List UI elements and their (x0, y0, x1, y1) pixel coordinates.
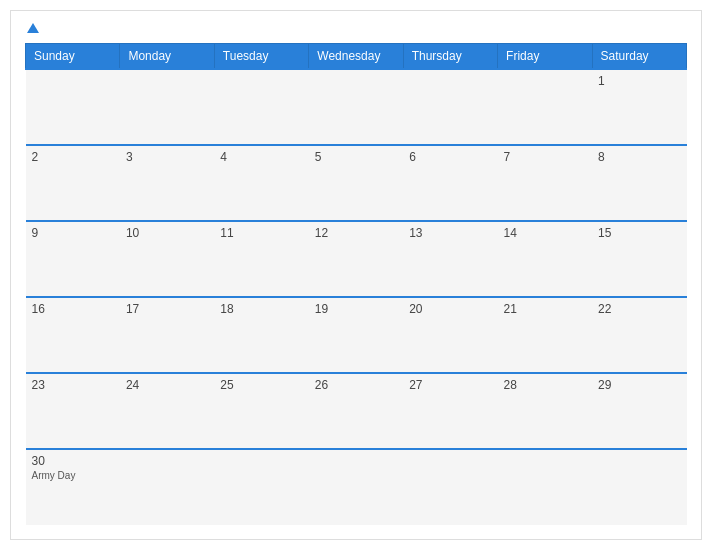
calendar-cell (120, 449, 214, 525)
calendar-cell: 3 (120, 145, 214, 221)
day-number: 20 (409, 302, 491, 316)
calendar-cell: 15 (592, 221, 686, 297)
calendar-week-row: 9101112131415 (26, 221, 687, 297)
calendar: SundayMondayTuesdayWednesdayThursdayFrid… (10, 10, 702, 540)
calendar-cell: 11 (214, 221, 308, 297)
calendar-cell: 23 (26, 373, 120, 449)
logo-blue-text (25, 21, 39, 35)
weekday-header-monday: Monday (120, 44, 214, 70)
calendar-cell: 26 (309, 373, 403, 449)
calendar-cell (214, 69, 308, 145)
day-number: 21 (504, 302, 586, 316)
day-number: 19 (315, 302, 397, 316)
calendar-week-row: 30Army Day (26, 449, 687, 525)
calendar-cell: 5 (309, 145, 403, 221)
weekday-header-wednesday: Wednesday (309, 44, 403, 70)
day-number: 1 (598, 74, 680, 88)
calendar-cell: 1 (592, 69, 686, 145)
calendar-header (25, 21, 687, 35)
calendar-cell: 24 (120, 373, 214, 449)
calendar-cell: 21 (498, 297, 592, 373)
calendar-cell (498, 449, 592, 525)
logo-triangle-icon (27, 23, 39, 33)
day-number: 10 (126, 226, 208, 240)
day-number: 22 (598, 302, 680, 316)
day-number: 14 (504, 226, 586, 240)
calendar-cell: 17 (120, 297, 214, 373)
day-number: 28 (504, 378, 586, 392)
logo (25, 21, 39, 35)
calendar-week-row: 2345678 (26, 145, 687, 221)
calendar-cell: 13 (403, 221, 497, 297)
day-number: 6 (409, 150, 491, 164)
calendar-cell: 28 (498, 373, 592, 449)
calendar-cell (120, 69, 214, 145)
day-number: 4 (220, 150, 302, 164)
calendar-table: SundayMondayTuesdayWednesdayThursdayFrid… (25, 43, 687, 525)
day-number: 9 (32, 226, 114, 240)
calendar-cell: 10 (120, 221, 214, 297)
day-number: 24 (126, 378, 208, 392)
day-number: 5 (315, 150, 397, 164)
calendar-cell (309, 449, 403, 525)
weekday-header-sunday: Sunday (26, 44, 120, 70)
day-number: 13 (409, 226, 491, 240)
weekday-header-thursday: Thursday (403, 44, 497, 70)
calendar-week-row: 23242526272829 (26, 373, 687, 449)
calendar-cell: 20 (403, 297, 497, 373)
day-number: 18 (220, 302, 302, 316)
calendar-cell: 4 (214, 145, 308, 221)
calendar-week-row: 16171819202122 (26, 297, 687, 373)
calendar-cell: 27 (403, 373, 497, 449)
day-number: 8 (598, 150, 680, 164)
day-number: 16 (32, 302, 114, 316)
event-label: Army Day (32, 470, 114, 481)
calendar-cell: 22 (592, 297, 686, 373)
weekday-header-row: SundayMondayTuesdayWednesdayThursdayFrid… (26, 44, 687, 70)
weekday-header-saturday: Saturday (592, 44, 686, 70)
day-number: 25 (220, 378, 302, 392)
day-number: 3 (126, 150, 208, 164)
day-number: 27 (409, 378, 491, 392)
calendar-cell (403, 69, 497, 145)
day-number: 17 (126, 302, 208, 316)
day-number: 26 (315, 378, 397, 392)
calendar-cell: 7 (498, 145, 592, 221)
calendar-cell: 30Army Day (26, 449, 120, 525)
calendar-week-row: 1 (26, 69, 687, 145)
day-number: 15 (598, 226, 680, 240)
calendar-cell (309, 69, 403, 145)
calendar-cell: 29 (592, 373, 686, 449)
calendar-cell: 9 (26, 221, 120, 297)
calendar-cell: 2 (26, 145, 120, 221)
calendar-cell: 19 (309, 297, 403, 373)
calendar-cell: 25 (214, 373, 308, 449)
calendar-cell: 16 (26, 297, 120, 373)
calendar-cell: 12 (309, 221, 403, 297)
weekday-header-friday: Friday (498, 44, 592, 70)
calendar-cell (403, 449, 497, 525)
day-number: 11 (220, 226, 302, 240)
day-number: 29 (598, 378, 680, 392)
calendar-cell: 8 (592, 145, 686, 221)
calendar-cell: 14 (498, 221, 592, 297)
calendar-cell: 6 (403, 145, 497, 221)
calendar-cell (214, 449, 308, 525)
day-number: 12 (315, 226, 397, 240)
day-number: 7 (504, 150, 586, 164)
calendar-cell (26, 69, 120, 145)
calendar-cell (592, 449, 686, 525)
calendar-cell: 18 (214, 297, 308, 373)
day-number: 2 (32, 150, 114, 164)
day-number: 23 (32, 378, 114, 392)
day-number: 30 (32, 454, 114, 468)
weekday-header-tuesday: Tuesday (214, 44, 308, 70)
calendar-cell (498, 69, 592, 145)
